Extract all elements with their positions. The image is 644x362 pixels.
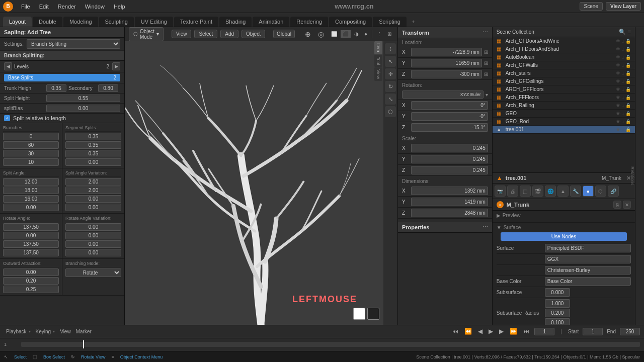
properties-expand[interactable]: ⋯ bbox=[482, 224, 488, 230]
sr-val-0[interactable]: 1.000 bbox=[545, 299, 570, 308]
side-icon-move[interactable]: ✛ bbox=[385, 68, 396, 79]
add-workspace-btn[interactable]: + bbox=[408, 17, 419, 27]
trunk-heigh-value[interactable]: 0.35 bbox=[46, 84, 66, 92]
ra-0[interactable] bbox=[3, 223, 59, 231]
prop-world-icon[interactable]: 🌐 bbox=[545, 186, 556, 197]
outliner-item-4[interactable]: ▦ Arch_stairs 👁 ↓ 🔒 bbox=[493, 69, 635, 77]
tab-animation[interactable]: Animation bbox=[253, 17, 289, 27]
christensen-value[interactable]: Christensen-Burley bbox=[545, 266, 631, 275]
dim-y-value[interactable]: 1419 mm bbox=[411, 198, 488, 206]
ra-2[interactable] bbox=[3, 240, 59, 248]
side-icon-cursor[interactable]: ⊹ bbox=[385, 43, 396, 54]
sa-0[interactable] bbox=[3, 178, 59, 186]
next-frame-btn[interactable]: ⏩ bbox=[509, 327, 518, 336]
dim-x-value[interactable]: 1392 mm bbox=[411, 187, 488, 195]
surface-title[interactable]: ▼ Surface bbox=[497, 225, 631, 230]
side-icon-scale[interactable]: ⤡ bbox=[385, 94, 396, 105]
outliner-item-7[interactable]: ▦ Arch_FFFloors 👁 ↓ 🔒 bbox=[493, 94, 635, 102]
branching-mode-dropdown[interactable]: Rotate bbox=[65, 268, 121, 277]
menu-window[interactable]: Window bbox=[81, 3, 109, 11]
oa-1[interactable] bbox=[3, 277, 59, 285]
mat-delete-icon[interactable]: ✕ bbox=[623, 201, 631, 209]
menu-edit[interactable]: Edit bbox=[35, 3, 53, 11]
search-icon[interactable]: 🔍 bbox=[619, 29, 626, 35]
swatch-black[interactable] bbox=[367, 308, 379, 320]
sr-val-2[interactable]: 0.100 bbox=[545, 318, 570, 325]
branch-val-2[interactable] bbox=[3, 150, 59, 157]
gizmo-icon[interactable]: ⊞ bbox=[385, 30, 393, 38]
outliner-item-3[interactable]: ▦ Arch_GFWalls 👁 ↓ 🔒 bbox=[493, 61, 635, 69]
levels-right-btn[interactable]: ▶ bbox=[112, 62, 120, 70]
sav-1[interactable] bbox=[65, 187, 121, 194]
rav-1[interactable] bbox=[65, 232, 121, 239]
branch-val-0[interactable] bbox=[3, 133, 59, 140]
side-icon-select[interactable]: ↖ bbox=[385, 56, 396, 67]
sav-2[interactable] bbox=[65, 195, 121, 203]
select-btn[interactable]: Select bbox=[194, 30, 217, 38]
vtab-item[interactable]: Item bbox=[374, 41, 382, 54]
snap-icon[interactable]: ⊕ bbox=[303, 29, 313, 39]
rotation-mode-icon[interactable]: ▾ bbox=[486, 92, 488, 98]
sa-2[interactable] bbox=[3, 195, 59, 203]
prop-material-icon[interactable]: ● bbox=[583, 186, 594, 197]
outliner-item-10[interactable]: ▦ GEO_Rod 👁 ↓ 🔒 bbox=[493, 118, 635, 126]
tab-double[interactable]: Double bbox=[33, 17, 62, 27]
tree-viewport-area[interactable]: LEFTMOUSE bbox=[125, 41, 397, 325]
shading-wire[interactable]: ⬜ bbox=[329, 30, 339, 38]
ggx-value[interactable]: GGX bbox=[545, 255, 631, 263]
tab-modeling[interactable]: Modeling bbox=[63, 17, 98, 27]
loc-y-icon[interactable]: ⊞ bbox=[484, 60, 488, 66]
menu-file[interactable]: File bbox=[17, 3, 34, 11]
scale-z-value[interactable]: 0.245 bbox=[411, 166, 488, 174]
swatch-white[interactable] bbox=[353, 308, 365, 320]
outliner-item-5[interactable]: ▦ Arch_GFCeilings 👁 ↓ 🔒 bbox=[493, 77, 635, 85]
prop-data-icon[interactable]: ⬡ bbox=[595, 186, 606, 197]
tab-texture-paint[interactable]: Texture Paint bbox=[174, 17, 218, 27]
play-btn[interactable]: ▶ bbox=[488, 327, 494, 336]
proportional-icon[interactable]: ◎ bbox=[316, 29, 326, 39]
add-btn[interactable]: Add bbox=[220, 30, 238, 38]
seg-val-2[interactable] bbox=[65, 150, 121, 157]
loc-z-icon[interactable]: ⊞ bbox=[484, 71, 488, 77]
sav-3[interactable] bbox=[65, 204, 121, 211]
subsurface-value[interactable]: 0.000 bbox=[545, 288, 570, 297]
outliner-item-11[interactable]: ▲ tree.001 👁 ↓ 🔒 bbox=[493, 126, 635, 134]
sr-val-1[interactable]: 0.200 bbox=[545, 309, 570, 317]
loc-y-value[interactable]: 11659 mm bbox=[411, 59, 482, 67]
status-box-select[interactable]: Box Select bbox=[43, 354, 65, 359]
rav-2[interactable] bbox=[65, 240, 121, 248]
object-btn[interactable]: Object bbox=[242, 30, 265, 38]
filter-icon[interactable]: ≡ bbox=[628, 29, 631, 35]
tab-uv-editing[interactable]: UV Editing bbox=[135, 17, 173, 27]
end-frame[interactable]: 250 bbox=[620, 328, 640, 335]
side-icon-transform[interactable]: ⬡ bbox=[385, 106, 396, 117]
outliner-item-8[interactable]: ▦ Arch_Railing 👁 ↓ 🔒 bbox=[493, 102, 635, 110]
use-nodes-button[interactable]: Use Nodes bbox=[501, 232, 627, 241]
shortcut-relations[interactable]: Relations bbox=[630, 166, 635, 186]
rav-0[interactable] bbox=[65, 223, 121, 231]
prop-render-icon[interactable]: 📷 bbox=[495, 186, 506, 197]
object-mode-btn[interactable]: ⬡ Object Mode ▾ bbox=[129, 27, 164, 41]
outliner-item-9[interactable]: ▦ GEO 👁 ↓ 🔒 bbox=[493, 110, 635, 118]
shading-solid[interactable]: ⬛ bbox=[341, 30, 351, 38]
jump-end-btn[interactable]: ⏭ bbox=[522, 327, 530, 336]
tab-scripting[interactable]: Scripting bbox=[373, 17, 407, 27]
ra-3[interactable] bbox=[3, 249, 59, 256]
prop-view-layer-icon[interactable]: ⬚ bbox=[520, 186, 531, 197]
overlay-icon[interactable]: ⋮ bbox=[375, 30, 384, 38]
rot-x-value[interactable]: 0° bbox=[411, 101, 488, 110]
branch-val-3[interactable] bbox=[3, 158, 59, 166]
menu-help[interactable]: Help bbox=[110, 3, 129, 11]
status-rotate-view[interactable]: Rotate View bbox=[81, 354, 105, 359]
view-btn[interactable]: View bbox=[172, 30, 192, 38]
preview-title[interactable]: ▶ Preview bbox=[497, 213, 631, 218]
scale-x-value[interactable]: 0.245 bbox=[411, 144, 488, 152]
vtab-tool[interactable]: Tool bbox=[374, 55, 382, 67]
prop-constraint-icon[interactable]: 🔗 bbox=[608, 186, 619, 197]
loc-x-icon[interactable]: ⊞ bbox=[484, 49, 488, 55]
shading-rendered[interactable]: ● bbox=[362, 30, 369, 38]
vtab-view[interactable]: View bbox=[374, 67, 382, 81]
prop-scene-icon[interactable]: 🎬 bbox=[532, 186, 543, 197]
tab-sculpting[interactable]: Sculpting bbox=[99, 17, 134, 27]
base-splits-bar[interactable]: Base Splits 2 bbox=[4, 74, 120, 81]
